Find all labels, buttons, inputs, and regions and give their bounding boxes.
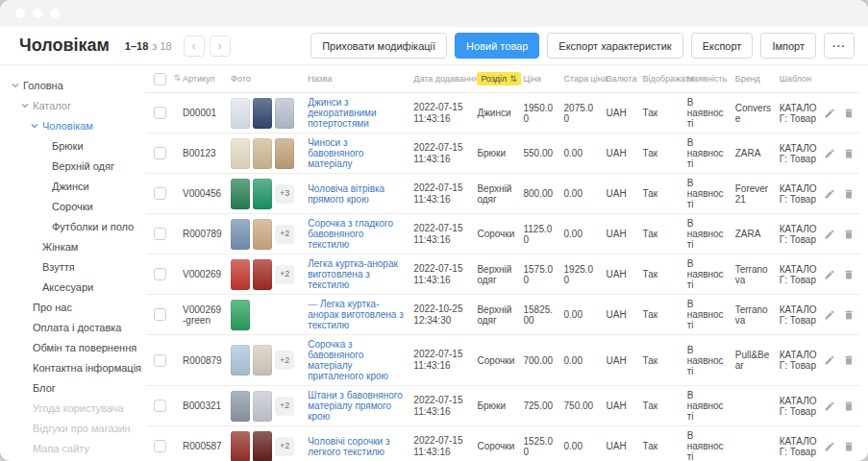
sidebar-item[interactable]: Про нас (0, 297, 144, 317)
product-link[interactable]: Чоловічі сорочки з легкого текстилю (308, 436, 389, 457)
edit-icon[interactable] (824, 309, 835, 321)
delete-icon[interactable] (843, 441, 855, 452)
row-checkbox[interactable] (154, 228, 166, 240)
more-menu-button[interactable]: ··· (824, 33, 855, 59)
product-photo[interactable] (231, 138, 250, 169)
delete-icon[interactable] (843, 188, 855, 200)
column-header-display[interactable]: Відображати (639, 65, 683, 93)
edit-icon[interactable] (824, 108, 835, 119)
column-header-photo[interactable]: Фото (227, 65, 304, 93)
select-all-checkbox[interactable] (154, 73, 166, 85)
delete-icon[interactable] (843, 108, 855, 119)
sidebar-item[interactable]: Каталог (0, 95, 144, 115)
edit-icon[interactable] (824, 269, 835, 280)
sidebar-item[interactable]: Відгуки про магазин (0, 418, 144, 438)
sidebar-item[interactable]: Мапа сайту (0, 438, 144, 458)
sidebar-item[interactable]: Блог (0, 377, 144, 398)
product-link[interactable]: Сорочка з гладкого бавовняного текстилю (308, 218, 393, 250)
product-photo[interactable] (231, 98, 250, 129)
column-header-currency[interactable]: Валюта (603, 65, 639, 93)
product-photo[interactable] (231, 219, 250, 250)
import-button[interactable]: Імпорт (760, 33, 816, 59)
window-minimize-dot[interactable] (33, 9, 42, 18)
edit-icon[interactable] (824, 148, 835, 159)
product-photo[interactable] (231, 345, 250, 376)
sidebar-item[interactable]: Футболки и поло (0, 216, 144, 236)
edit-icon[interactable] (824, 400, 835, 412)
column-header-section[interactable]: Розділ ⇅ (473, 65, 519, 93)
product-photo[interactable] (253, 259, 272, 290)
column-header-sku[interactable]: Артикул (179, 65, 227, 93)
product-photo[interactable] (231, 431, 250, 461)
column-header-brand[interactable]: Бренд (732, 65, 776, 93)
prev-page-button[interactable]: ‹ (184, 36, 205, 57)
edit-icon[interactable] (824, 354, 835, 366)
product-photo[interactable] (231, 391, 250, 422)
product-photo[interactable] (275, 138, 294, 169)
more-photos-badge[interactable]: +3 (275, 184, 294, 204)
export-button[interactable]: Експорт (691, 33, 754, 59)
delete-icon[interactable] (843, 309, 855, 321)
column-header-template[interactable]: Шаблон (776, 65, 824, 93)
column-header-price[interactable]: Ціна (519, 65, 559, 93)
delete-icon[interactable] (843, 400, 855, 412)
sidebar-item[interactable]: Чоловікам (0, 115, 144, 135)
sidebar-item[interactable]: Оплата і доставка (0, 317, 144, 337)
sidebar-item[interactable]: Угода користувача (0, 398, 144, 418)
edit-icon[interactable] (824, 229, 835, 240)
row-checkbox[interactable] (154, 308, 166, 321)
sidebar-item[interactable]: Аксесуари (0, 277, 144, 297)
row-checkbox[interactable] (154, 187, 166, 200)
sort-order-icon[interactable]: ⇅ (174, 73, 182, 83)
sidebar-item[interactable]: Сорочки (0, 196, 144, 216)
hide-modifications-button[interactable]: Приховати модифікації (310, 33, 447, 59)
edit-icon[interactable] (824, 441, 835, 452)
product-photo[interactable] (231, 300, 250, 330)
product-link[interactable]: Чиноси з бавовняного матеріалу (308, 137, 363, 169)
sidebar-item[interactable]: Верхній одяг (0, 156, 144, 176)
row-checkbox[interactable] (154, 354, 166, 367)
row-checkbox[interactable] (154, 147, 166, 159)
active-sort-chip[interactable]: Розділ ⇅ (477, 72, 521, 85)
product-link[interactable]: Сорочка з бавовняного матеріалу притален… (308, 339, 388, 381)
product-photo[interactable] (253, 431, 272, 461)
delete-icon[interactable] (843, 148, 855, 159)
sidebar-item[interactable]: Жінкам (0, 236, 144, 256)
product-photo[interactable] (275, 98, 294, 129)
row-checkbox[interactable] (154, 268, 166, 280)
row-checkbox[interactable] (154, 400, 166, 412)
more-photos-badge[interactable]: +2 (275, 351, 294, 370)
product-photo[interactable] (253, 98, 272, 129)
new-product-button[interactable]: Новий товар (455, 33, 539, 59)
product-photo[interactable] (253, 219, 272, 250)
sidebar-item[interactable]: Головна (0, 75, 144, 95)
delete-icon[interactable] (843, 229, 855, 240)
product-photo[interactable] (253, 179, 272, 209)
product-link[interactable]: Штани з бавовняного матеріалу прямого кр… (308, 390, 403, 422)
product-photo[interactable] (231, 179, 250, 209)
sidebar-item[interactable]: Контактна інформація (0, 357, 144, 377)
more-photos-badge[interactable]: +2 (275, 225, 294, 244)
sidebar-item[interactable]: Джинси (0, 176, 144, 196)
sidebar-item[interactable]: Взуття (0, 256, 144, 277)
product-link[interactable]: Легка куртка-анорак виготовлена з тексти… (308, 299, 404, 330)
delete-icon[interactable] (843, 354, 855, 366)
sidebar-item[interactable]: Обмін та повернення (0, 337, 144, 357)
column-header-name[interactable]: Назва (304, 65, 409, 93)
next-page-button[interactable]: › (210, 36, 231, 57)
more-photos-badge[interactable]: +2 (275, 265, 294, 284)
product-link[interactable]: Чоловіча вітрівка прямого крою (308, 183, 384, 205)
product-link[interactable]: Легка куртка-анорак виготовлена з тексти… (308, 258, 398, 290)
more-photos-badge[interactable]: +2 (275, 397, 294, 416)
window-maximize-dot[interactable] (50, 9, 60, 18)
delete-icon[interactable] (843, 269, 855, 280)
edit-icon[interactable] (824, 188, 835, 200)
product-photo[interactable] (253, 391, 272, 422)
export-characteristics-button[interactable]: Експорт характеристик (547, 33, 682, 59)
product-photo[interactable] (231, 259, 250, 290)
product-link[interactable]: Джинси з декоративними потертостями (308, 97, 376, 129)
sidebar-item[interactable]: Брюки (0, 135, 144, 156)
product-photo[interactable] (253, 345, 272, 376)
product-photo[interactable] (253, 138, 272, 169)
window-close-dot[interactable] (15, 9, 25, 18)
